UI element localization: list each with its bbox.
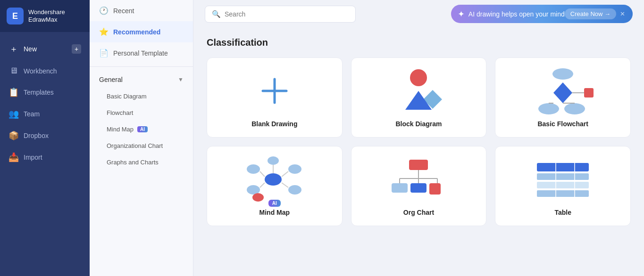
card-label-flowchart: Basic Flowchart: [537, 120, 588, 128]
card-org-chart[interactable]: Org Chart: [351, 146, 487, 226]
sidebar-item-label-dropbox: Dropbox: [24, 132, 49, 139]
svg-point-15: [247, 164, 260, 174]
sidebar-item-label-new: New: [24, 45, 37, 53]
svg-rect-38: [537, 190, 589, 197]
ai-banner-left: ✦ AI drawing helps open your mind: [458, 9, 565, 19]
sidebar-item-workbench[interactable]: 🖥 Workbench: [0, 60, 90, 81]
svg-rect-35: [537, 163, 589, 171]
team-icon: 👥: [8, 109, 19, 119]
svg-line-21: [260, 171, 265, 177]
sidebar-item-label-workbench: Workbench: [24, 67, 57, 75]
svg-line-22: [282, 171, 288, 177]
svg-point-9: [538, 103, 559, 114]
middle-sub-basic-diagram[interactable]: Basic Diagram: [90, 88, 193, 105]
orgchart-icon: [388, 156, 449, 203]
svg-point-18: [288, 185, 301, 195]
graphs-label: Graphs and Charts: [107, 159, 159, 166]
flowchart-label: Flowchart: [107, 109, 133, 116]
banner-close-icon[interactable]: ✕: [620, 10, 625, 17]
cards-grid: Blank Drawing Block Diagram: [207, 57, 631, 226]
main-content: 🔍 ✦ AI drawing helps open your mind Crea…: [193, 0, 644, 276]
block-diagram-icon: [390, 67, 447, 114]
svg-point-2: [410, 69, 427, 86]
new-plus-icon[interactable]: +: [72, 44, 81, 54]
svg-rect-34: [429, 183, 441, 195]
logo-text: Wondershare EdrawMax: [28, 8, 65, 23]
middle-divider: [90, 66, 193, 67]
card-visual-blank: [217, 67, 333, 114]
templates-icon: 📋: [8, 87, 19, 97]
table-icon: [532, 156, 594, 203]
card-mind-map[interactable]: Mind Map AI: [207, 146, 343, 226]
personal-icon: 📄: [99, 49, 109, 57]
sidebar-item-label-import: Import: [24, 154, 42, 161]
search-icon: 🔍: [212, 10, 221, 18]
org-chart-label: Organizational Chart: [107, 142, 163, 149]
svg-rect-26: [409, 160, 428, 170]
ai-star-icon: ✦: [458, 9, 465, 19]
main-header: 🔍 ✦ AI drawing helps open your mind Crea…: [193, 0, 644, 28]
svg-point-14: [265, 173, 282, 186]
ai-banner[interactable]: ✦ AI drawing helps open your mind Create…: [451, 5, 633, 23]
middle-label-recommended: Recommended: [113, 28, 160, 36]
app-logo: E Wondershare EdrawMax: [0, 0, 90, 32]
card-block-diagram[interactable]: Block Diagram: [351, 57, 487, 138]
svg-point-16: [288, 164, 301, 174]
card-table[interactable]: Table: [495, 146, 631, 226]
svg-line-23: [260, 183, 265, 187]
card-visual-flowchart: [505, 67, 621, 114]
card-label-table: Table: [554, 209, 571, 216]
card-visual-orgchart: [361, 156, 477, 203]
middle-item-personal[interactable]: 📄 Personal Template: [90, 42, 193, 64]
card-label-mindmap: Mind Map: [259, 209, 290, 216]
sidebar-item-import[interactable]: 📥 Import: [0, 146, 90, 168]
svg-rect-37: [537, 182, 589, 188]
search-box[interactable]: 🔍: [205, 6, 356, 23]
svg-point-20: [252, 193, 264, 202]
blank-drawing-icon: [256, 72, 293, 110]
middle-item-recent[interactable]: 🕐 Recent: [90, 0, 193, 21]
sidebar: E Wondershare EdrawMax ＋ New + 🖥 Workben…: [0, 0, 90, 276]
card-visual-table: [505, 156, 621, 203]
middle-sub-org-chart[interactable]: Organizational Chart: [90, 138, 193, 154]
middle-item-recommended[interactable]: ⭐ Recommended: [90, 21, 193, 42]
main-body: Classification Blank Drawing: [193, 28, 644, 276]
ai-badge-card: AI: [268, 200, 281, 207]
card-label-orgchart: Org Chart: [403, 209, 434, 216]
middle-panel: 🕐 Recent ⭐ Recommended 📄 Personal Templa…: [90, 0, 193, 276]
svg-point-19: [268, 156, 279, 165]
middle-sub-mind-map[interactable]: Mind Map AI: [90, 121, 193, 138]
card-blank-drawing[interactable]: Blank Drawing: [207, 57, 343, 138]
card-label-block: Block Diagram: [395, 120, 442, 128]
svg-point-10: [564, 103, 585, 114]
general-label: General: [99, 76, 123, 83]
middle-sub-graphs[interactable]: Graphs and Charts: [90, 154, 193, 170]
svg-rect-32: [392, 183, 408, 193]
recent-icon: 🕐: [99, 6, 109, 15]
ai-banner-text: AI drawing helps open your mind: [468, 10, 565, 18]
svg-rect-8: [584, 88, 594, 97]
svg-rect-33: [410, 183, 427, 193]
search-input[interactable]: [225, 10, 349, 18]
sidebar-item-label-templates: Templates: [24, 89, 54, 96]
svg-marker-6: [553, 82, 572, 103]
general-section-header[interactable]: General ▼: [90, 70, 193, 88]
middle-label-recent: Recent: [113, 7, 134, 15]
svg-line-24: [282, 183, 288, 187]
recommended-icon: ⭐: [99, 27, 109, 36]
sidebar-nav: ＋ New + 🖥 Workbench 📋 Templates 👥 Team 📦…: [0, 32, 90, 174]
svg-point-5: [552, 68, 573, 80]
sidebar-item-new[interactable]: ＋ New +: [0, 38, 90, 60]
card-basic-flowchart[interactable]: Basic Flowchart: [495, 57, 631, 138]
middle-label-personal: Personal Template: [113, 49, 168, 57]
sidebar-item-team[interactable]: 👥 Team: [0, 103, 90, 125]
workbench-icon: 🖥: [8, 66, 19, 76]
sidebar-item-templates[interactable]: 📋 Templates: [0, 81, 90, 103]
card-visual-mindmap: [217, 156, 333, 203]
basic-diagram-label: Basic Diagram: [107, 93, 147, 100]
ai-badge-mind-map: AI: [137, 126, 148, 132]
middle-sub-flowchart[interactable]: Flowchart: [90, 105, 193, 121]
sidebar-item-dropbox[interactable]: 📦 Dropbox: [0, 125, 90, 146]
import-icon: 📥: [8, 152, 19, 162]
ai-create-now-button[interactable]: Create Now →: [565, 8, 616, 19]
